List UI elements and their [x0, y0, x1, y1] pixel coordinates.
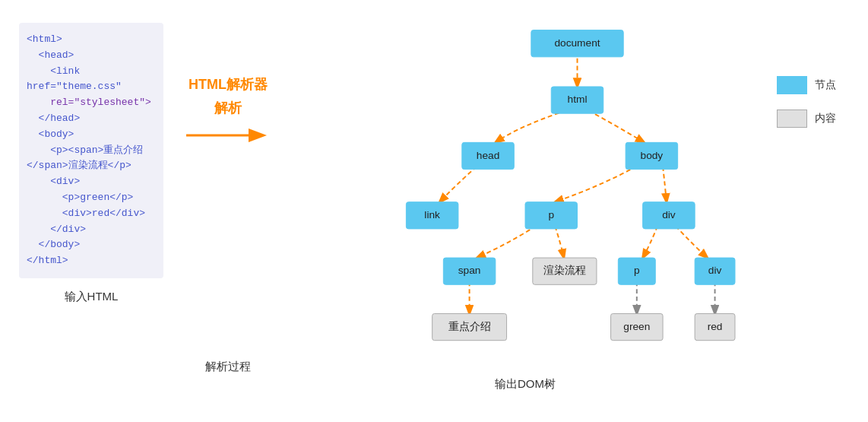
node-p2-label: p	[634, 265, 640, 276]
code-line-12: </body>	[27, 239, 80, 250]
node-body-label: body	[641, 150, 664, 161]
node-text-key-label: 重点介绍	[448, 321, 491, 332]
input-label: 输入HTML	[19, 290, 163, 304]
code-line-8: <div>	[27, 176, 80, 187]
node-text-render-label: 渲染流程	[543, 265, 586, 276]
node-document-label: document	[554, 37, 600, 49]
code-panel: <html> <head> <link href="theme.css" rel…	[8, 15, 175, 312]
node-text-green-label: green	[623, 321, 650, 332]
code-line-1: <html>	[27, 33, 62, 45]
process-label: 解析过程	[205, 360, 251, 374]
node-text-red-label: red	[708, 321, 723, 332]
legend-content-box	[777, 109, 807, 128]
legend-panel: 节点 内容	[769, 61, 860, 143]
node-html-label: html	[568, 94, 588, 105]
arrow-panel: HTML解析器 解析 解析过程	[175, 15, 281, 374]
dom-tree-svg: document html head body link p div span	[281, 15, 769, 365]
code-line-4: rel="stylesheet">	[27, 97, 151, 108]
node-link-label: link	[424, 209, 440, 221]
code-block: <html> <head> <link href="theme.css" rel…	[19, 23, 163, 278]
code-line-11: </div>	[27, 224, 86, 235]
code-line-2: <head>	[27, 49, 74, 61]
code-line-10: <div>red</div>	[27, 208, 145, 219]
legend-node-label: 节点	[815, 78, 836, 92]
code-line-13: </html>	[27, 255, 68, 266]
code-line-9: <p>green</p>	[27, 192, 133, 203]
node-p-label: p	[548, 209, 554, 221]
code-line-3: <link href="theme.css"	[27, 65, 122, 93]
parser-label-line2: 解析	[214, 100, 242, 117]
legend-content-item: 内容	[777, 109, 853, 128]
code-line-6: <body>	[27, 129, 74, 140]
code-line-7: <p><span>重点介绍</span>渲染流程</p>	[27, 144, 143, 172]
output-label: 输出DOM树	[495, 377, 556, 392]
node-div2-label: div	[708, 265, 722, 276]
process-arrow-icon	[182, 124, 274, 147]
node-div1-label: div	[662, 209, 676, 221]
tree-panel: document html head body link p div span	[281, 15, 769, 395]
main-container: <html> <head> <link href="theme.css" rel…	[0, 0, 868, 422]
node-head-label: head	[477, 150, 499, 161]
node-span-label: span	[458, 265, 481, 276]
parser-label-line1: HTML解析器	[188, 76, 268, 94]
legend-content-label: 内容	[815, 112, 836, 125]
code-line-5: </head>	[27, 113, 80, 124]
legend-node-box	[777, 76, 807, 94]
legend-node-item: 节点	[777, 76, 853, 94]
